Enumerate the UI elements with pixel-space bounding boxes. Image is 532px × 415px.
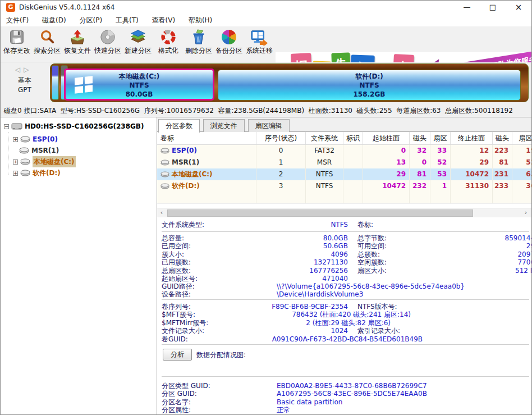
- format-button[interactable]: 格式化: [153, 28, 184, 61]
- tree-item-label: 本地磁盘(C:): [33, 156, 76, 167]
- partition-icon: [20, 158, 30, 165]
- disk-graphic: 本地磁盘(C:) NTFS 80.0GB 软件(D:) NTFS 158.2GB: [50, 63, 529, 102]
- save-changes-button[interactable]: 保存更改: [2, 28, 32, 61]
- start-sector-value: 471040: [162, 275, 348, 282]
- col-start-cylinder[interactable]: 起始柱面: [363, 132, 410, 144]
- menu-view[interactable]: 查看(V): [146, 14, 181, 26]
- next-disk-arrow-icon[interactable]: ▷: [24, 66, 32, 74]
- search-icon: [32, 28, 62, 47]
- partition-fs: NTFS: [66, 81, 213, 90]
- scrollbar-thumb[interactable]: [167, 209, 473, 217]
- search-partition-button[interactable]: 搜索分区: [32, 28, 62, 61]
- scroll-left-icon[interactable]: ‹: [157, 208, 166, 218]
- col-number-status[interactable]: 序号(状态): [256, 132, 306, 144]
- ntfs-version-label: NTFS版本号:: [357, 303, 397, 311]
- partition-size: 158.2GB: [218, 90, 520, 99]
- scroll-right-icon[interactable]: ›: [521, 208, 530, 218]
- backup-partition-icon: [214, 28, 244, 47]
- partition-type-guid-value: EBD0A0A2-B9E5-4433-87C0-68B6B72699C7: [277, 382, 427, 390]
- tree-item-disk-root[interactable]: − HD0:HS-SSD-C160256G(238GB): [4, 121, 144, 132]
- partition-icon: [160, 183, 169, 189]
- menu-help[interactable]: 帮助(H): [183, 14, 218, 26]
- partition-table: 卷标 序号(状态) 文件系统 标识 起始柱面 磁头 扇区 终止柱面 磁头 扇区 …: [157, 132, 532, 204]
- partition-name-label: 分区名字:: [162, 398, 191, 406]
- table-row-d-drive[interactable]: 软件(D:) 3 NTFS 10472 232 1 31130 233 30: [157, 180, 532, 192]
- partition-name-value: Basic data partition: [277, 398, 342, 406]
- system-migrate-button[interactable]: 系统迁移: [244, 28, 274, 61]
- partition-block-esp[interactable]: [52, 65, 59, 100]
- separator: [162, 299, 529, 300]
- analyze-button[interactable]: 分析: [163, 349, 192, 361]
- delete-partition-button[interactable]: 删除分区: [184, 28, 214, 61]
- app-logo-icon: G: [6, 3, 15, 12]
- tab-partition-params[interactable]: 分区参数: [158, 119, 200, 133]
- fs-type-value: NTFS: [162, 221, 348, 229]
- window-title: DiskGenius V5.4.0.1124 x64: [19, 1, 114, 14]
- used-clusters-value: 13271130: [162, 258, 348, 266]
- tree-item-label: MSR(1): [31, 145, 59, 156]
- menu-tools[interactable]: 工具(T): [110, 14, 144, 26]
- partition-block-d[interactable]: 软件(D:) NTFS 158.2GB: [218, 70, 521, 101]
- table-row-msr[interactable]: MSR(1) 1 MSR 13 0 52 29 81 52: [157, 157, 532, 168]
- table-row-c-drive-selected[interactable]: 本地磁盘(C:) 2 NTFS 29 81 53 10472 231 63: [157, 168, 532, 180]
- tree-item-esp[interactable]: + ESP(0): [13, 134, 58, 145]
- free-clusters-value: 7700: [357, 258, 532, 266]
- close-button[interactable]: ×: [506, 1, 531, 14]
- col-flag[interactable]: 标识: [343, 132, 363, 144]
- col-end-head[interactable]: 磁头: [493, 132, 512, 144]
- new-partition-button[interactable]: 新建分区: [123, 28, 153, 61]
- expand-icon[interactable]: +: [13, 159, 18, 165]
- tab-browse-files[interactable]: 浏览文件: [203, 119, 245, 132]
- expand-icon[interactable]: +: [13, 171, 18, 176]
- table-row-empty: [157, 192, 532, 204]
- vol-label-label: 卷标:: [357, 221, 373, 229]
- disk-type-label: 基本: [1, 76, 49, 85]
- partition-block-c-selected[interactable]: 本地磁盘(C:) NTFS 80.0GB: [64, 69, 214, 101]
- expand-icon[interactable]: +: [13, 137, 18, 142]
- device-path-value: \Device\HarddiskVolume3: [277, 290, 363, 298]
- partition-guid-label: 分区 GUID:: [162, 390, 197, 398]
- recover-files-button[interactable]: 恢复文件: [62, 28, 93, 61]
- quick-partition-button[interactable]: 快速分区: [93, 28, 123, 61]
- partition-table-type-label: GPT: [1, 86, 49, 94]
- horizontal-scrollbar[interactable]: ‹ ›: [157, 208, 531, 217]
- menu-disk[interactable]: 磁盘(D): [36, 14, 72, 26]
- disk-info-line: 磁盘0 接口:SATA 型号:HS-SSD-C160256G 序列号:10016…: [1, 105, 531, 117]
- used-space-value: 50.6GB: [162, 242, 348, 250]
- detail-panel: 分区参数 浏览文件 扇区编辑 卷标 序号(状态) 文件系统 标识 起始柱面 磁头…: [157, 117, 531, 414]
- minimize-button[interactable]: —: [454, 1, 480, 14]
- recover-files-icon: [62, 28, 93, 47]
- total-sectors-value: 167776256: [162, 267, 348, 275]
- tree-item-c-drive[interactable]: + 本地磁盘(C:): [13, 156, 76, 167]
- separator: [162, 376, 529, 377]
- menu-file[interactable]: 文件(F): [1, 14, 34, 26]
- quick-partition-icon: [93, 28, 123, 47]
- total-clusters-value: 2097: [357, 250, 532, 258]
- device-path-label: 设备路径:: [162, 290, 191, 298]
- save-icon: [2, 28, 32, 47]
- menu-partition[interactable]: 分区(P): [74, 14, 108, 26]
- partition-icon: [20, 136, 30, 143]
- tab-bar: 分区参数 浏览文件 扇区编辑: [157, 117, 531, 132]
- separator: [162, 344, 529, 345]
- col-filesystem[interactable]: 文件系统: [306, 132, 343, 144]
- col-start-head[interactable]: 磁头: [410, 132, 430, 144]
- col-volume-label[interactable]: 卷标: [157, 132, 256, 144]
- col-end-sector[interactable]: 扇区: [512, 132, 532, 144]
- file-record-size-value: 1024: [162, 327, 348, 335]
- tree-item-d-drive[interactable]: + 软件(D:): [13, 167, 61, 179]
- prev-disk-arrow-icon[interactable]: ◁: [15, 66, 24, 74]
- col-start-sector[interactable]: 扇区: [430, 132, 451, 144]
- title-bar: G DiskGenius V5.4.0.1124 x64 — □ ×: [1, 1, 531, 14]
- backup-partition-button[interactable]: 备份分区: [214, 28, 244, 61]
- partition-attr-label: 分区属性:: [162, 406, 191, 414]
- collapse-icon[interactable]: −: [4, 124, 9, 129]
- index-record-size-label: 索引记录大小:: [357, 327, 400, 335]
- table-row-esp[interactable]: ESP(0) 0 FAT32 0 32 33 12 223 19: [157, 145, 532, 157]
- tab-sector-edit[interactable]: 扇区编辑: [248, 119, 290, 132]
- tree-item-label: 软件(D:): [33, 167, 61, 179]
- maximize-button[interactable]: □: [480, 1, 506, 14]
- col-end-cylinder[interactable]: 终止柱面: [451, 132, 493, 144]
- tree-item-msr[interactable]: MSR(1): [19, 145, 59, 156]
- system-migrate-icon: [244, 28, 274, 47]
